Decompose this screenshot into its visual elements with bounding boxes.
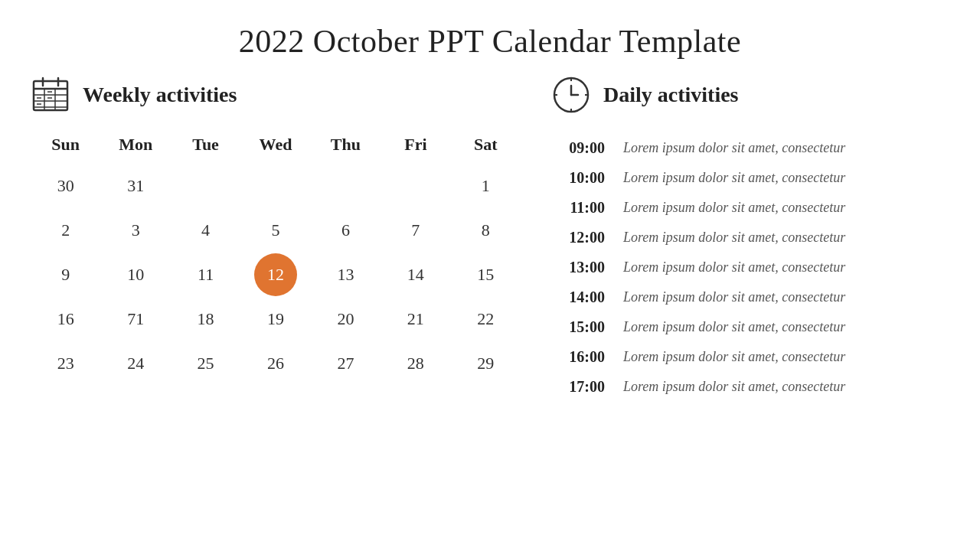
day-cell (240, 164, 310, 208)
day-cell (171, 164, 240, 208)
calendar-icon (31, 75, 70, 115)
day-cell: 31 (100, 164, 170, 208)
daily-time: 12:00 (551, 229, 605, 246)
daily-time: 15:00 (551, 318, 605, 336)
daily-time: 10:00 (551, 169, 605, 187)
daily-text: Lorem ipsum dolor sit amet, consectetur (623, 349, 845, 365)
day-cell: 3 (100, 208, 170, 253)
daily-time: 16:00 (551, 348, 605, 366)
page-title: 2022 October PPT Calendar Template (239, 0, 741, 75)
day-cell: 21 (381, 297, 450, 341)
day-cell: 25 (171, 341, 240, 386)
day-header: Thu (311, 129, 381, 164)
daily-item: 11:00Lorem ipsum dolor sit amet, consect… (551, 194, 949, 221)
day-cell: 11 (171, 253, 240, 297)
daily-text: Lorem ipsum dolor sit amet, consectetur (623, 170, 845, 186)
calendar-grid: SunMonTueWedThuFriSat3031123456789101112… (31, 129, 521, 386)
daily-text: Lorem ipsum dolor sit amet, consectetur (623, 259, 845, 276)
weekly-title: Weekly activities (83, 83, 237, 107)
day-cell: 19 (240, 297, 310, 341)
day-cell: 71 (100, 297, 170, 341)
day-header: Wed (240, 129, 310, 164)
day-cell (381, 164, 450, 208)
day-cell: 16 (31, 297, 100, 341)
day-header: Fri (381, 129, 450, 164)
day-cell: 22 (451, 297, 521, 341)
day-cell: 15 (451, 253, 521, 297)
day-cell: 13 (311, 253, 381, 297)
daily-title: Daily activities (603, 83, 739, 107)
daily-list: 09:00Lorem ipsum dolor sit amet, consect… (551, 135, 949, 400)
clock-icon (551, 75, 591, 115)
day-cell: 8 (451, 208, 521, 253)
daily-text: Lorem ipsum dolor sit amet, consectetur (623, 379, 845, 395)
day-cell: 24 (100, 341, 170, 386)
day-cell: 12 (240, 253, 310, 297)
day-cell: 10 (100, 253, 170, 297)
day-header: Sun (31, 129, 100, 164)
daily-item: 13:00Lorem ipsum dolor sit amet, consect… (551, 254, 949, 281)
weekly-panel: Weekly activities SunMonTueWedThuFriSat3… (31, 75, 521, 551)
day-cell: 30 (31, 164, 100, 208)
svg-rect-0 (34, 81, 67, 110)
daily-time: 09:00 (551, 139, 605, 157)
day-cell: 23 (31, 341, 100, 386)
day-cell: 5 (240, 208, 310, 253)
daily-text: Lorem ipsum dolor sit amet, consectetur (623, 140, 845, 156)
day-header: Sat (451, 129, 521, 164)
day-cell: 28 (381, 341, 450, 386)
daily-time: 14:00 (551, 289, 605, 306)
day-cell: 18 (171, 297, 240, 341)
day-cell: 6 (311, 208, 381, 253)
daily-text: Lorem ipsum dolor sit amet, consectetur (623, 319, 845, 335)
weekly-header: Weekly activities (31, 75, 521, 115)
daily-time: 17:00 (551, 378, 605, 396)
day-cell: 2 (31, 208, 100, 253)
daily-text: Lorem ipsum dolor sit amet, consectetur (623, 230, 845, 246)
day-cell: 20 (311, 297, 381, 341)
daily-text: Lorem ipsum dolor sit amet, consectetur (623, 200, 845, 216)
day-cell: 26 (240, 341, 310, 386)
daily-item: 12:00Lorem ipsum dolor sit amet, consect… (551, 224, 949, 251)
daily-time: 13:00 (551, 259, 605, 276)
daily-item: 17:00Lorem ipsum dolor sit amet, consect… (551, 373, 949, 400)
day-header: Tue (171, 129, 240, 164)
day-header: Mon (100, 129, 170, 164)
day-cell: 27 (311, 341, 381, 386)
daily-item: 10:00Lorem ipsum dolor sit amet, consect… (551, 165, 949, 191)
day-cell (311, 164, 381, 208)
day-cell: 4 (171, 208, 240, 253)
day-cell: 14 (381, 253, 450, 297)
daily-text: Lorem ipsum dolor sit amet, consectetur (623, 289, 845, 305)
daily-item: 16:00Lorem ipsum dolor sit amet, consect… (551, 344, 949, 370)
day-cell: 9 (31, 253, 100, 297)
daily-time: 11:00 (551, 199, 605, 217)
daily-panel: Daily activities 09:00Lorem ipsum dolor … (551, 75, 949, 551)
day-cell: 29 (451, 341, 521, 386)
day-cell: 7 (381, 208, 450, 253)
daily-header: Daily activities (551, 75, 949, 115)
daily-item: 15:00Lorem ipsum dolor sit amet, consect… (551, 314, 949, 341)
main-content: Weekly activities SunMonTueWedThuFriSat3… (0, 75, 980, 551)
day-cell: 1 (451, 164, 521, 208)
daily-item: 09:00Lorem ipsum dolor sit amet, consect… (551, 135, 949, 161)
daily-item: 14:00Lorem ipsum dolor sit amet, consect… (551, 284, 949, 311)
